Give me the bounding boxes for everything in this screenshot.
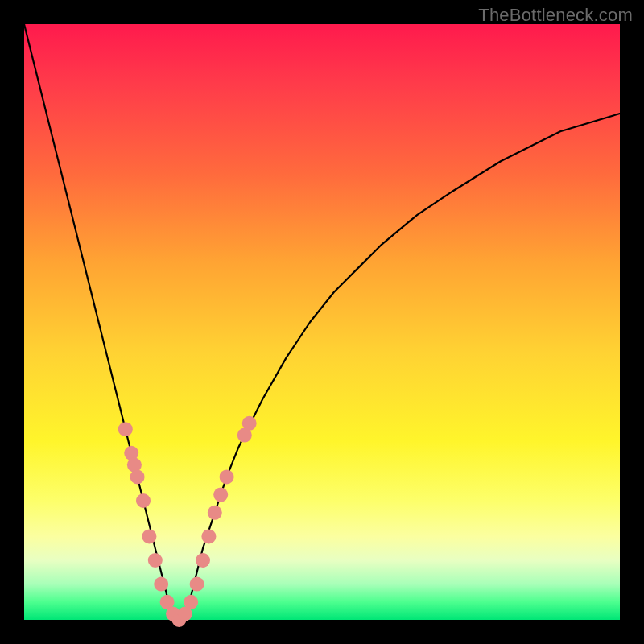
curve-marker xyxy=(148,553,163,568)
plot-area xyxy=(24,24,620,620)
curve-marker xyxy=(154,577,168,592)
curve-marker xyxy=(242,416,257,431)
bottleneck-curve xyxy=(24,24,620,620)
curve-marker xyxy=(142,529,156,543)
curve-marker xyxy=(118,422,133,436)
chart-svg xyxy=(24,24,620,620)
curve-marker xyxy=(220,469,234,484)
curve-marker xyxy=(136,493,151,508)
curve-marker xyxy=(184,595,198,609)
curve-marker xyxy=(130,469,145,484)
curve-marker xyxy=(208,506,222,520)
curve-marker xyxy=(213,488,228,502)
curve-marker xyxy=(196,553,210,568)
curve-markers xyxy=(118,416,257,627)
watermark-text: TheBottleneck.com xyxy=(478,5,633,26)
curve-marker xyxy=(201,529,216,543)
curve-marker xyxy=(190,577,204,592)
